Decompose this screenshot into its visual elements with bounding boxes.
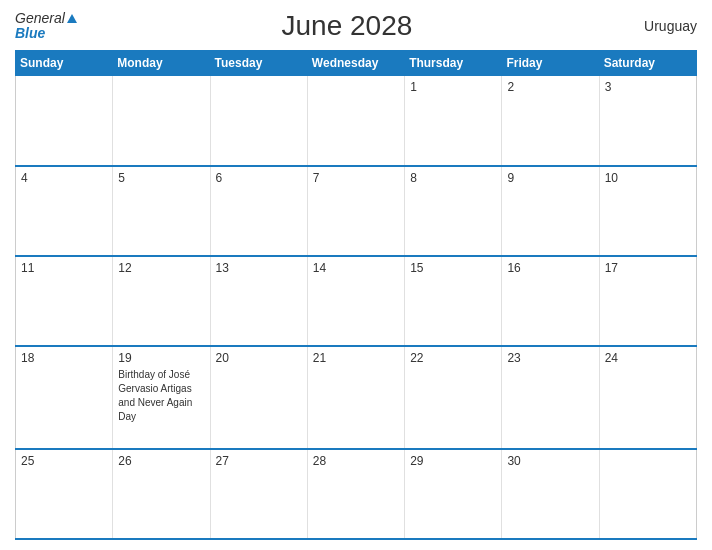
calendar-cell: 5 xyxy=(113,166,210,256)
calendar-week-row: 252627282930 xyxy=(16,449,697,539)
day-number: 28 xyxy=(313,454,399,468)
header-friday: Friday xyxy=(502,51,599,76)
calendar-cell: 30 xyxy=(502,449,599,539)
calendar-cell: 20 xyxy=(210,346,307,449)
day-number: 14 xyxy=(313,261,399,275)
day-number: 10 xyxy=(605,171,691,185)
day-number: 21 xyxy=(313,351,399,365)
calendar-cell xyxy=(210,76,307,166)
header-wednesday: Wednesday xyxy=(307,51,404,76)
calendar-cell: 28 xyxy=(307,449,404,539)
day-number: 23 xyxy=(507,351,593,365)
calendar-cell: 15 xyxy=(405,256,502,346)
calendar-cell: 9 xyxy=(502,166,599,256)
calendar-cell: 6 xyxy=(210,166,307,256)
header-thursday: Thursday xyxy=(405,51,502,76)
calendar-week-row: 45678910 xyxy=(16,166,697,256)
calendar-cell: 18 xyxy=(16,346,113,449)
calendar-cell xyxy=(113,76,210,166)
day-number: 22 xyxy=(410,351,496,365)
calendar-cell: 8 xyxy=(405,166,502,256)
day-number: 20 xyxy=(216,351,302,365)
calendar-cell: 19Birthday of José Gervasio Artigas and … xyxy=(113,346,210,449)
calendar-cell xyxy=(307,76,404,166)
calendar-cell: 7 xyxy=(307,166,404,256)
day-number: 27 xyxy=(216,454,302,468)
header-saturday: Saturday xyxy=(599,51,696,76)
calendar-cell: 1 xyxy=(405,76,502,166)
calendar-cell: 22 xyxy=(405,346,502,449)
logo-blue-text: Blue xyxy=(15,26,77,41)
day-number: 8 xyxy=(410,171,496,185)
day-number: 5 xyxy=(118,171,204,185)
day-number: 24 xyxy=(605,351,691,365)
day-number: 30 xyxy=(507,454,593,468)
day-number: 17 xyxy=(605,261,691,275)
calendar-cell: 12 xyxy=(113,256,210,346)
header-tuesday: Tuesday xyxy=(210,51,307,76)
header-monday: Monday xyxy=(113,51,210,76)
day-number: 4 xyxy=(21,171,107,185)
day-number: 25 xyxy=(21,454,107,468)
calendar-table: Sunday Monday Tuesday Wednesday Thursday… xyxy=(15,50,697,540)
calendar-title: June 2028 xyxy=(77,10,617,42)
logo: General Blue xyxy=(15,11,77,42)
calendar-cell: 27 xyxy=(210,449,307,539)
day-number: 3 xyxy=(605,80,691,94)
country-label: Uruguay xyxy=(617,18,697,34)
calendar-cell: 16 xyxy=(502,256,599,346)
day-number: 18 xyxy=(21,351,107,365)
weekday-header-row: Sunday Monday Tuesday Wednesday Thursday… xyxy=(16,51,697,76)
day-number: 16 xyxy=(507,261,593,275)
header: General Blue June 2028 Uruguay xyxy=(15,10,697,42)
day-number: 15 xyxy=(410,261,496,275)
day-number: 19 xyxy=(118,351,204,365)
calendar-cell: 25 xyxy=(16,449,113,539)
calendar-week-row: 1819Birthday of José Gervasio Artigas an… xyxy=(16,346,697,449)
calendar-cell: 21 xyxy=(307,346,404,449)
day-number: 11 xyxy=(21,261,107,275)
day-number: 29 xyxy=(410,454,496,468)
calendar-cell: 13 xyxy=(210,256,307,346)
day-number: 12 xyxy=(118,261,204,275)
calendar-cell xyxy=(599,449,696,539)
day-number: 6 xyxy=(216,171,302,185)
day-number: 13 xyxy=(216,261,302,275)
calendar-cell: 3 xyxy=(599,76,696,166)
calendar-cell: 10 xyxy=(599,166,696,256)
day-number: 26 xyxy=(118,454,204,468)
calendar-cell: 2 xyxy=(502,76,599,166)
calendar-cell: 4 xyxy=(16,166,113,256)
header-sunday: Sunday xyxy=(16,51,113,76)
event-label: Birthday of José Gervasio Artigas and Ne… xyxy=(118,369,192,422)
day-number: 1 xyxy=(410,80,496,94)
calendar-cell xyxy=(16,76,113,166)
day-number: 2 xyxy=(507,80,593,94)
calendar-cell: 14 xyxy=(307,256,404,346)
logo-general-text: General xyxy=(15,11,65,26)
calendar-cell: 17 xyxy=(599,256,696,346)
calendar-cell: 29 xyxy=(405,449,502,539)
day-number: 7 xyxy=(313,171,399,185)
calendar-cell: 26 xyxy=(113,449,210,539)
calendar-week-row: 11121314151617 xyxy=(16,256,697,346)
calendar-page: General Blue June 2028 Uruguay Sunday Mo… xyxy=(0,0,712,550)
calendar-cell: 23 xyxy=(502,346,599,449)
day-number: 9 xyxy=(507,171,593,185)
calendar-cell: 24 xyxy=(599,346,696,449)
calendar-cell: 11 xyxy=(16,256,113,346)
calendar-week-row: 123 xyxy=(16,76,697,166)
logo-triangle-icon xyxy=(67,14,77,23)
